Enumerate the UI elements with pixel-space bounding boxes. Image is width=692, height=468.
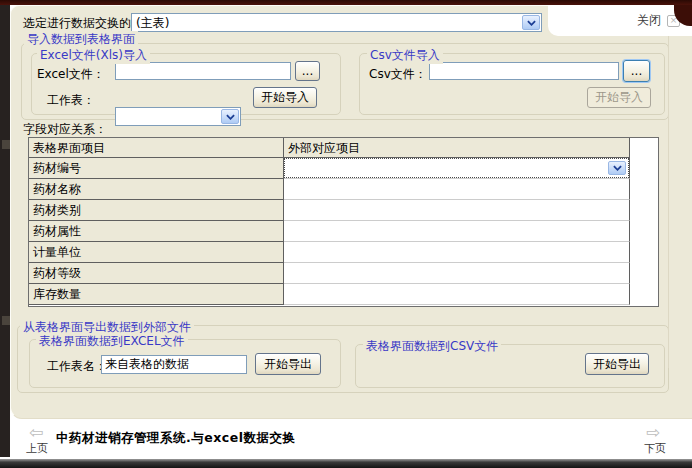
field-name-cell: 药材编号 xyxy=(29,158,284,179)
chevron-down-icon[interactable] xyxy=(522,15,540,30)
table-row: 计量单位 xyxy=(29,242,658,263)
excel-browse-button[interactable]: ... xyxy=(295,61,320,81)
csv-import-start-button[interactable]: 开始导入 xyxy=(587,87,651,108)
main-panel: 选定进行数据交换的表格： (主表) 导入数据到表格界面 Excel文件(Xls)… xyxy=(10,5,692,419)
mapping-cell[interactable] xyxy=(284,284,630,305)
panel-inner-divider xyxy=(668,36,669,368)
chevron-down-icon[interactable] xyxy=(221,109,239,124)
left-strip-notch xyxy=(2,140,10,149)
field-name-cell: 药材等级 xyxy=(29,263,284,284)
mapping-cell[interactable] xyxy=(284,221,630,242)
worksheet-select[interactable] xyxy=(115,107,241,126)
excel-import-start-button[interactable]: 开始导入 xyxy=(253,87,317,108)
table-row: 药材编号 xyxy=(29,158,658,179)
excel-export-start-button[interactable]: 开始导出 xyxy=(255,353,321,375)
csv-file-input[interactable] xyxy=(429,62,619,80)
main-table-select-value: (主表) xyxy=(136,14,169,31)
grid-header-row: 表格界面项目 外部对应项目 xyxy=(29,138,658,158)
import-section-title: 导入数据到表格界面 xyxy=(24,31,138,48)
previous-page-button[interactable]: 上页 xyxy=(26,441,48,456)
table-row: 药材类别 xyxy=(29,200,658,221)
csv-file-label: Csv文件： xyxy=(369,66,427,83)
mapping-cell[interactable] xyxy=(284,200,630,221)
excel-export-title: 表格界面数据到EXCEL文件 xyxy=(36,333,188,350)
previous-page-icon[interactable]: ⇦ xyxy=(29,424,43,440)
left-edge-strip xyxy=(0,5,10,457)
worksheet-label: 工作表： xyxy=(47,92,95,109)
sheet-name-input[interactable] xyxy=(101,355,247,374)
field-name-cell: 库存数量 xyxy=(29,284,284,305)
mapping-cell[interactable] xyxy=(284,242,630,263)
main-table-select[interactable]: (主表) xyxy=(131,13,542,32)
field-name-cell: 药材类别 xyxy=(29,200,284,221)
excel-import-title: Excel文件(Xls)导入 xyxy=(37,47,150,64)
mapping-cell[interactable] xyxy=(284,263,630,284)
sheet-name-label: 工作表名： xyxy=(47,358,107,375)
next-page-button[interactable]: 下页 xyxy=(644,441,666,456)
close-button[interactable]: 关闭 xyxy=(637,12,661,29)
field-mapping-label: 字段对应关系： xyxy=(23,121,107,138)
field-name-cell: 药材属性 xyxy=(29,221,284,242)
grid-header-external-item: 外部对应项目 xyxy=(284,138,630,158)
table-row: 药材等级 xyxy=(29,263,658,284)
bottom-frame-edge xyxy=(0,459,692,468)
mapping-cell[interactable] xyxy=(284,179,630,200)
csv-export-start-button[interactable]: 开始导出 xyxy=(585,353,649,375)
mapping-cell[interactable] xyxy=(284,158,630,179)
csv-import-title: Csv文件导入 xyxy=(367,47,443,64)
table-row: 药材名称 xyxy=(29,179,658,200)
excel-file-label: Excel文件： xyxy=(37,66,105,83)
chevron-down-icon[interactable] xyxy=(608,161,626,175)
field-mapping-grid: 表格界面项目 外部对应项目 药材编号 药材名称 药材类别 xyxy=(28,137,659,307)
left-strip-notch xyxy=(2,316,10,325)
field-name-cell: 计量单位 xyxy=(29,242,284,263)
grid-header-ui-item: 表格界面项目 xyxy=(29,138,284,158)
grid-header-filler xyxy=(630,138,658,158)
table-row: 药材属性 xyxy=(29,221,658,242)
table-row: 库存数量 xyxy=(29,284,658,305)
close-tab: 关闭 × xyxy=(548,5,692,36)
app-title: 中药材进销存管理系统.与excel数据交换 xyxy=(56,430,295,447)
next-page-icon[interactable]: ⇨ xyxy=(646,424,660,440)
top-frame-edge xyxy=(0,0,692,5)
excel-file-input[interactable] xyxy=(115,62,291,80)
mapping-combobox[interactable] xyxy=(284,158,629,178)
csv-browse-button[interactable]: ... xyxy=(623,60,650,82)
csv-export-title: 表格界面数据到CSV文件 xyxy=(363,338,501,355)
field-name-cell: 药材名称 xyxy=(29,179,284,200)
